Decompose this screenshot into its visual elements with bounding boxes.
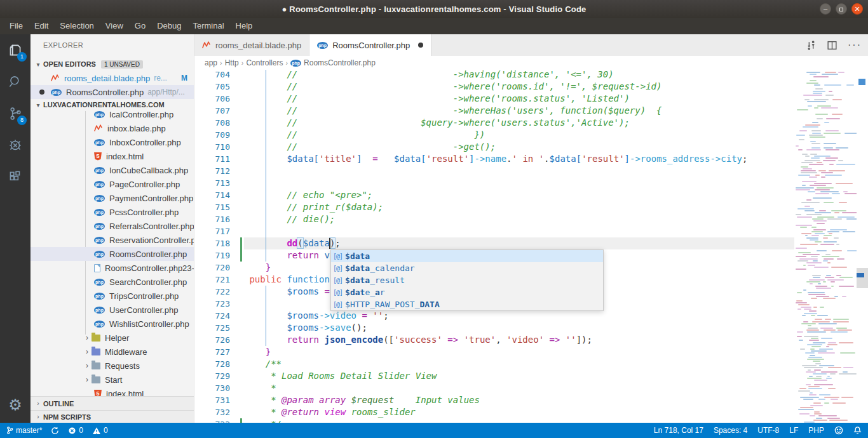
suggest-item[interactable]: [@]$date_ar <box>331 286 603 298</box>
menu-go[interactable]: Go <box>129 18 151 34</box>
code-line-720[interactable]: } <box>244 262 271 274</box>
suggest-item[interactable]: [@]$HTTP_RAW_POST_DATA <box>331 298 603 310</box>
open-editors-header[interactable]: ▾ OPEN EDITORS 1 UNSAVED <box>31 57 194 71</box>
indentation-indicator[interactable]: Spaces: 4 <box>714 426 747 435</box>
close-button[interactable]: ✕ <box>851 3 863 15</box>
tree-item-reservationcontroller-php[interactable]: phpReservationController.php <box>31 233 194 247</box>
code-line-725[interactable]: $rooms->save(); <box>244 322 367 334</box>
code-line-728[interactable]: /** <box>244 358 281 370</box>
tab-rooms-detail-blade-php[interactable]: rooms_detail.blade.php <box>194 34 309 56</box>
encoding-indicator[interactable]: UTF-8 <box>757 426 779 435</box>
tree-item-referralscontroller-php[interactable]: phpReferralsController.php <box>31 219 194 233</box>
code-line-707[interactable]: // ->whereHas('users', function($query) … <box>244 105 661 117</box>
code-line-710[interactable]: // ->get(); <box>244 141 496 153</box>
code-line-729[interactable]: * Load Rooms Detail Slider View <box>244 370 437 382</box>
tree-item-paymentcontroller-php[interactable]: phpPaymentController.php <box>31 191 194 205</box>
menu-debug[interactable]: Debug <box>151 18 187 34</box>
overview-ruler[interactable] <box>857 70 868 423</box>
code-line-716[interactable]: // die(); <box>244 213 335 225</box>
tree-item-ioncubecallback-php[interactable]: phpIonCubeCallback.php <box>31 163 194 177</box>
suggest-item[interactable]: [@]$data_result <box>331 274 603 286</box>
maximize-button[interactable] <box>836 3 847 15</box>
tree-item-searchcontroller-php[interactable]: phpSearchController.php <box>31 275 194 289</box>
tree-item-start[interactable]: ›Start <box>31 373 194 387</box>
minimap[interactable] <box>794 70 857 423</box>
tree-item-pcsscontroller-php[interactable]: phpPcssController.php <box>31 205 194 219</box>
tree-item-helper[interactable]: ›Helper <box>31 331 194 345</box>
breadcrumb-item[interactable]: RoomsController.php <box>304 58 376 67</box>
menu-terminal[interactable]: Terminal <box>187 18 229 34</box>
code-line-719[interactable]: return v <box>244 249 330 262</box>
source-control-activity-button[interactable]: 8 <box>0 98 31 129</box>
code-line-732[interactable]: * @return view rooms_slider <box>244 406 416 418</box>
open-editor-item[interactable]: rooms_detail.blade.phpre...M <box>31 71 194 85</box>
outline-section-header[interactable]: › OUTLINE <box>31 396 194 410</box>
code-line-711[interactable]: $data['title'] = $data['result']->name.'… <box>244 153 747 165</box>
tree-item-index-html[interactable]: 5index.html <box>31 149 194 163</box>
code-line-722[interactable]: $rooms = <box>244 286 335 298</box>
explorer-activity-button[interactable]: 1 <box>0 34 31 66</box>
breadcrumb-item[interactable]: app <box>205 58 217 67</box>
tab-roomscontroller-php[interactable]: phpRoomsController.php <box>309 34 431 56</box>
search-activity-button[interactable] <box>0 66 31 98</box>
eol-indicator[interactable]: LF <box>789 426 798 435</box>
tree-item-pagecontroller-php[interactable]: phpPageController.php <box>31 177 194 191</box>
menu-edit[interactable]: Edit <box>29 18 54 34</box>
code-line-726[interactable]: return json_encode(['success' => 'true',… <box>244 334 592 346</box>
code-line-730[interactable]: * <box>244 382 276 394</box>
project-header[interactable]: ▾ LUXVACATIONRENTALHOMES.COM <box>31 98 194 112</box>
tree-item-index-html[interactable]: 5index.html <box>31 387 194 396</box>
code-line-731[interactable]: * @param array $request Input values <box>244 394 480 406</box>
breadcrumb-item[interactable]: Http <box>225 58 239 67</box>
feedback-smiley-icon[interactable] <box>834 426 843 435</box>
tree-item-tripscontroller-php[interactable]: phpTripsController.php <box>31 289 194 303</box>
menu-selection[interactable]: Selection <box>54 18 99 34</box>
code-line-704[interactable]: // ->having('distance', '<=', 30) <box>244 70 614 81</box>
tree-item-icalcontroller-php[interactable]: phpIcalController.php <box>31 111 194 121</box>
code-line-721[interactable]: public function <box>244 274 330 286</box>
code-line-727[interactable]: } <box>244 346 271 358</box>
settings-gear-icon[interactable]: ⚙ <box>0 392 31 418</box>
notifications-bell-icon[interactable] <box>853 426 862 435</box>
code-line-709[interactable]: // }) <box>244 129 485 141</box>
more-actions-icon[interactable]: ··· <box>848 42 862 48</box>
code-line-718[interactable]: dd($data); <box>244 237 341 249</box>
code-line-724[interactable]: $rooms->video = ''; <box>244 310 389 322</box>
suggest-item[interactable]: [@]$data <box>331 250 603 262</box>
scrollbar-thumb[interactable] <box>857 268 868 288</box>
code-line-706[interactable]: // ->where('rooms.status', 'Listed') <box>244 93 630 105</box>
code-content[interactable]: // ->having('distance', '<=', 30) // ->w… <box>244 70 794 423</box>
open-editor-item[interactable]: phpRoomsController.phpapp/Http/... <box>31 85 194 99</box>
tree-item-usercontroller-php[interactable]: phpUserController.php <box>31 303 194 317</box>
compare-changes-icon[interactable] <box>806 40 817 51</box>
menu-help[interactable]: Help <box>230 18 259 34</box>
tree-item-requests[interactable]: ›Requests <box>31 359 194 373</box>
tree-item-inboxcontroller-php[interactable]: phpInboxController.php <box>31 135 194 149</box>
extensions-activity-button[interactable] <box>0 161 31 193</box>
suggest-item[interactable]: [@]$data_calendar <box>331 262 603 274</box>
split-editor-icon[interactable] <box>827 40 837 51</box>
code-line-714[interactable]: // echo "<pre>"; <box>244 189 372 201</box>
code-token <box>244 262 266 272</box>
tree-item-inbox-blade-php[interactable]: inbox.blade.php <box>31 121 194 135</box>
code-line-705[interactable]: // ->where('rooms.id', '!=', $request->i… <box>244 81 661 93</box>
debug-activity-button[interactable] <box>0 129 31 161</box>
minimize-button[interactable]: – <box>820 3 831 15</box>
git-branch-item[interactable]: master* <box>6 426 42 435</box>
errors-item[interactable]: 0 <box>68 426 83 435</box>
sync-button[interactable] <box>51 427 59 435</box>
code-line-715[interactable]: // print_r($data); <box>244 201 383 213</box>
code-line-733[interactable]: */ <box>244 418 281 423</box>
tree-item-middleware[interactable]: ›Middleware <box>31 345 194 359</box>
tree-item-roomscontroller-php23-12---[interactable]: RoomsController.php23-12... <box>31 261 194 275</box>
code-line-708[interactable]: // $query->where('users.status','Active'… <box>244 117 630 129</box>
breadcrumb-item[interactable]: Controllers <box>246 58 283 67</box>
menu-view[interactable]: View <box>100 18 129 34</box>
menu-file[interactable]: File <box>4 18 29 34</box>
warnings-item[interactable]: 0 <box>92 426 108 435</box>
tree-item-wishlistcontroller-php[interactable]: phpWishlistController.php <box>31 317 194 331</box>
cursor-position-indicator[interactable]: Ln 718, Col 17 <box>654 426 703 435</box>
npm-scripts-section-header[interactable]: › NPM SCRIPTS <box>31 410 194 423</box>
tree-item-roomscontroller-php[interactable]: phpRoomsController.php <box>31 247 194 261</box>
language-mode-indicator[interactable]: PHP <box>808 426 824 435</box>
